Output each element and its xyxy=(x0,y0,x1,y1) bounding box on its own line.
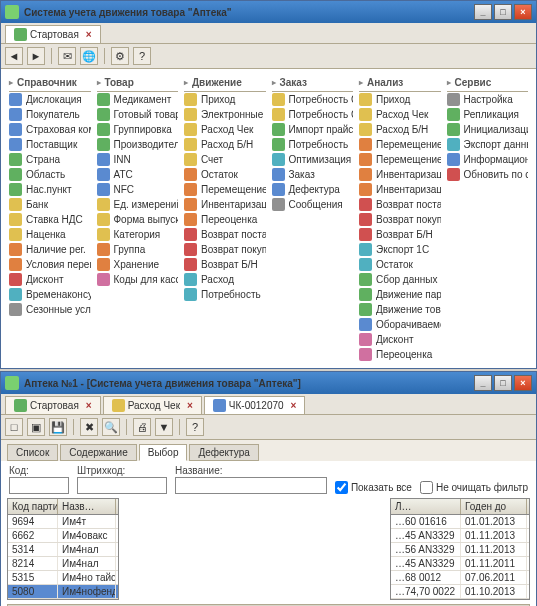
barcode-input[interactable] xyxy=(77,477,167,494)
tb2-filter[interactable]: ▼ xyxy=(155,418,173,436)
subtab[interactable]: Дефектура xyxy=(189,444,258,461)
menu-item[interactable]: Информационное обе… xyxy=(447,152,529,167)
menu-item[interactable]: Потребность xyxy=(184,287,266,302)
tb2-print[interactable]: 🖨 xyxy=(133,418,151,436)
noclear-check[interactable]: Не очищать фильтр xyxy=(420,481,528,494)
menu-item[interactable]: Сбор данных xyxy=(359,272,441,287)
menu-item[interactable]: Остаток xyxy=(359,257,441,272)
tb2-save[interactable]: 💾 xyxy=(49,418,67,436)
menu-item[interactable]: Оптимизация xyxy=(272,152,354,167)
table-row[interactable]: 5314Им4нал xyxy=(8,543,118,557)
table-row[interactable]: 8214Им4нал xyxy=(8,557,118,571)
table-row[interactable]: 5080Им4нофенд xyxy=(8,585,118,599)
tab-start[interactable]: Стартовая × xyxy=(5,25,101,43)
code-input[interactable] xyxy=(9,477,69,494)
parts-grid-left[interactable]: Код партииНазв…9694Им4т6662Им4овакс5314И… xyxy=(7,498,119,600)
menu-item[interactable]: Расход xyxy=(184,272,266,287)
menu-item[interactable]: Банк xyxy=(9,197,91,212)
menu-item[interactable]: Возврат покупателю xyxy=(184,242,266,257)
table-row[interactable]: …60 0161601.01.2013 xyxy=(391,515,529,529)
showall-checkbox[interactable] xyxy=(335,481,348,494)
tab[interactable]: Стартовая× xyxy=(5,396,101,414)
menu-item[interactable]: Инвентаризация (+) xyxy=(359,167,441,182)
menu-item[interactable]: Возврат поставщику xyxy=(359,197,441,212)
menu-item[interactable]: Временаконсультаны xyxy=(9,287,91,302)
table-row[interactable]: …45 AN332901.11.2013 xyxy=(391,529,529,543)
table-row[interactable]: 5315Им4но тайсс xyxy=(8,571,118,585)
menu-item[interactable]: Перемещение (+) xyxy=(359,137,441,152)
tb2-open[interactable]: ▣ xyxy=(27,418,45,436)
tab-close-icon[interactable]: × xyxy=(291,400,297,411)
table-row[interactable]: …45 AN332901.11.2011 xyxy=(391,557,529,571)
menu-item[interactable]: Оборачиваемость тов… xyxy=(359,317,441,332)
menu-item[interactable]: Приход xyxy=(359,92,441,107)
menu-item[interactable]: Дислокация xyxy=(9,92,91,107)
parts-grid-right[interactable]: Л…Годен до…60 0161601.01.2013…45 AN33290… xyxy=(390,498,530,600)
menu-item[interactable]: Наличие рег. xyxy=(9,242,91,257)
menu-item[interactable]: Группировка xyxy=(97,122,179,137)
menu-item[interactable]: Сезонные условия зак… xyxy=(9,302,91,317)
showall-check[interactable]: Показать все xyxy=(335,481,412,494)
table-row[interactable]: …68 001207.06.2011 xyxy=(391,571,529,585)
menu-item[interactable]: Коды для кассовых ап… xyxy=(97,272,179,287)
name-input[interactable] xyxy=(175,477,327,494)
web-button[interactable]: 🌐 xyxy=(80,47,98,65)
menu-item[interactable]: Настройка xyxy=(447,92,529,107)
minimize-button-2[interactable]: _ xyxy=(474,375,492,391)
menu-item[interactable]: NFC xyxy=(97,182,179,197)
menu-item[interactable]: Импорт прайса xyxy=(272,122,354,137)
tb2-new[interactable]: □ xyxy=(5,418,23,436)
close-button[interactable]: × xyxy=(514,4,532,20)
noclear-checkbox[interactable] xyxy=(420,481,433,494)
menu-item[interactable]: Категория xyxy=(97,227,179,242)
help-button[interactable]: ? xyxy=(133,47,151,65)
menu-item[interactable]: Репликация xyxy=(447,107,529,122)
menu-item[interactable]: Перемещение xyxy=(184,182,266,197)
tab[interactable]: ЧК-0012070× xyxy=(204,396,306,414)
table-row[interactable]: …56 AN332901.11.2013 xyxy=(391,543,529,557)
close-button-2[interactable]: × xyxy=(514,375,532,391)
menu-item[interactable]: Дефектура xyxy=(272,182,354,197)
menu-item[interactable]: Возврат Б/Н xyxy=(359,227,441,242)
menu-item[interactable]: Расход Чек xyxy=(359,107,441,122)
menu-item[interactable]: Медикамент xyxy=(97,92,179,107)
cfg-button[interactable]: ⚙ xyxy=(111,47,129,65)
menu-item[interactable]: Нас.пункт xyxy=(9,182,91,197)
menu-item[interactable]: Остаток xyxy=(184,167,266,182)
menu-item[interactable]: Экспорт данных xyxy=(447,137,529,152)
menu-item[interactable]: Возврат покупателя xyxy=(359,212,441,227)
menu-item[interactable]: Переоценка xyxy=(359,347,441,362)
menu-item[interactable]: Сообщения xyxy=(272,197,354,212)
menu-item[interactable]: Покупатель xyxy=(9,107,91,122)
maximize-button-2[interactable]: □ xyxy=(494,375,512,391)
table-row[interactable]: …74,70 002201.10.2013 xyxy=(391,585,529,599)
menu-item[interactable]: Ставка НДС xyxy=(9,212,91,227)
menu-item[interactable]: Группа xyxy=(97,242,179,257)
subtab[interactable]: Выбор xyxy=(139,444,188,461)
menu-item[interactable]: Заказ xyxy=(272,167,354,182)
minimize-button[interactable]: _ xyxy=(474,4,492,20)
menu-item[interactable]: Приход xyxy=(184,92,266,107)
menu-item[interactable]: Область xyxy=(9,167,91,182)
menu-item[interactable]: Электронные наклад… xyxy=(184,107,266,122)
menu-item[interactable]: Движение товара xyxy=(359,302,441,317)
menu-item[interactable]: Движение партий xyxy=(359,287,441,302)
menu-item[interactable]: Потребность xyxy=(272,137,354,152)
menu-item[interactable]: Расход Чек xyxy=(184,122,266,137)
tb2-find[interactable]: 🔍 xyxy=(102,418,120,436)
tab-close-icon[interactable]: × xyxy=(187,400,193,411)
menu-item[interactable]: Готовый товар xyxy=(97,107,179,122)
menu-item[interactable]: INN xyxy=(97,152,179,167)
menu-item[interactable]: Возврат Б/Н xyxy=(184,257,266,272)
table-row[interactable]: 9694Им4т xyxy=(8,515,118,529)
column-header[interactable]: Назв… xyxy=(58,499,116,514)
tb2-del[interactable]: ✖ xyxy=(80,418,98,436)
menu-item[interactable]: Экспорт 1С xyxy=(359,242,441,257)
menu-item[interactable]: Страховая компания xyxy=(9,122,91,137)
tab[interactable]: Расход Чек× xyxy=(103,396,202,414)
menu-item[interactable]: Переоценка xyxy=(184,212,266,227)
menu-item[interactable]: Счет xyxy=(184,152,266,167)
subtab[interactable]: Список xyxy=(7,444,58,461)
menu-item[interactable]: Возврат поставщику xyxy=(184,227,266,242)
menu-item[interactable]: Потребность Свод. xyxy=(272,92,354,107)
